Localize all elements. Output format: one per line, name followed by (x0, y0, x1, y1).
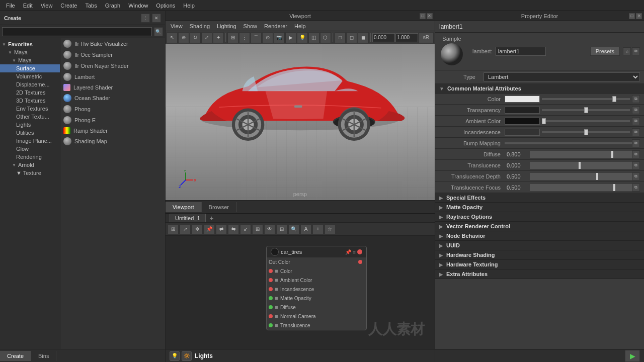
tb-universal[interactable]: ✦ (213, 32, 224, 43)
tab-create[interactable]: Create (0, 351, 31, 361)
attr-track-translucence[interactable] (530, 162, 632, 169)
tree-3d-textures[interactable]: 3D Textures (0, 97, 60, 105)
tb-scale[interactable]: ⤢ (201, 32, 212, 43)
tree-arnold[interactable]: ▼Arnold (0, 161, 60, 169)
attr-track-trans-focus[interactable] (530, 184, 632, 191)
attr-btn-color[interactable]: ⧉ (632, 95, 640, 103)
attr-swatch-transparency[interactable] (505, 107, 540, 114)
shader-lambert[interactable]: Lambert (60, 71, 165, 82)
port-dot-translucence[interactable] (269, 323, 273, 327)
tree-surface[interactable]: Surface (0, 64, 60, 72)
tree-env-textures[interactable]: Env Textures (0, 105, 60, 113)
attr-swatch-color[interactable] (505, 96, 540, 103)
create-options-btn[interactable]: ⋮ (141, 14, 150, 23)
create-close-btn[interactable]: ✕ (152, 14, 161, 23)
tb-poly1[interactable]: □ (335, 32, 346, 43)
tb-smooth[interactable]: ⬡ (320, 32, 331, 43)
vp-menu-shading[interactable]: Shading (187, 23, 213, 30)
attr-track-trans-depth[interactable] (530, 173, 632, 180)
tree-lights[interactable]: Lights (0, 121, 60, 129)
vp-menu-help[interactable]: Help (291, 23, 309, 30)
prop-copy-btn[interactable]: ⧉ (632, 47, 640, 55)
shader-ramp[interactable]: Ramp Shader (60, 126, 165, 136)
menu-tabs[interactable]: Tabs (81, 2, 101, 10)
vp-menu-show[interactable]: Show (240, 23, 261, 30)
ne-btn-frame[interactable]: ⊞ (168, 224, 179, 234)
tb-lights2[interactable]: 💡 (297, 32, 308, 43)
port-dot-normal[interactable] (269, 314, 273, 318)
lights-icon-2[interactable]: 🔆 (182, 351, 192, 361)
port-dot-diffuse[interactable] (269, 305, 273, 309)
section-vector-renderer[interactable]: ▶ Vector Renderer Control (435, 222, 644, 231)
attr-thumb-transparency[interactable] (584, 107, 588, 113)
shader-phong-e[interactable]: Phong E (60, 115, 165, 126)
ne-btn-zoom[interactable]: 🔍 (288, 224, 299, 234)
menu-help[interactable]: Help (179, 2, 199, 10)
tree-texture[interactable]: ▼ Texture (0, 169, 60, 177)
section-hw-texturing[interactable]: ▶ Hardware Texturing (435, 260, 644, 269)
tb-select[interactable]: ↖ (167, 32, 178, 43)
ne-btn-layout[interactable]: ⊟ (276, 224, 287, 234)
attr-swatch-incandescence[interactable] (505, 129, 540, 136)
tb-snap-point[interactable]: ⊙ (262, 32, 273, 43)
tree-maya-2[interactable]: ▼Maya (0, 56, 60, 64)
tree-other-textures[interactable]: Other Textu... (0, 113, 60, 121)
attr-track-incandescence[interactable] (542, 131, 630, 133)
menu-view[interactable]: View (37, 2, 57, 10)
attr-track-ambient[interactable] (542, 120, 630, 122)
tb-poly3[interactable]: ◼ (358, 32, 369, 43)
ne-btn-disconnect[interactable]: ⇋ (228, 224, 239, 234)
attr-btn-incandescence[interactable]: ⧉ (632, 128, 640, 136)
attr-btn-translucence[interactable]: ⧉ (632, 161, 640, 169)
prop-type-select[interactable]: Lambert (484, 72, 640, 81)
tree-utilities[interactable]: Utilities (0, 129, 60, 137)
tb-res-btn[interactable]: sR (419, 32, 434, 43)
tree-volumetric[interactable]: Volumetric (0, 72, 60, 80)
ne-btn-connect[interactable]: ⇄ (216, 224, 227, 234)
node-editor-canvas[interactable]: 人人素材 car_tires 📌 ≡ (166, 236, 435, 349)
presets-button[interactable]: Presets (590, 47, 620, 56)
search-btn[interactable]: 🔍 (154, 27, 163, 36)
shader-ilr-hw[interactable]: Ilr Hw Bake Visualizer (60, 38, 165, 49)
section-hw-shading[interactable]: ▶ Hardware Shading (435, 250, 644, 260)
attr-btn-ambient[interactable]: ⧉ (632, 117, 640, 125)
section-raytrace[interactable]: ▶ Raytrace Options (435, 212, 644, 222)
tree-glow[interactable]: Glow (0, 145, 60, 153)
node-list-icon[interactable]: ≡ (353, 249, 356, 255)
menu-edit[interactable]: Edit (19, 2, 37, 10)
ne-btn-pin[interactable]: 📌 (204, 224, 215, 234)
menu-file[interactable]: File (2, 2, 19, 10)
section-uuid[interactable]: ▶ UUID (435, 241, 644, 250)
tb-snap-grid[interactable]: ⋮ (239, 32, 250, 43)
attr-btn-trans-depth[interactable]: ⧉ (632, 172, 640, 180)
scale-input[interactable] (395, 33, 418, 42)
menu-options[interactable]: Options (152, 2, 179, 10)
attr-btn-trans-focus[interactable]: ⧉ (632, 184, 640, 192)
attr-btn-diffuse[interactable]: ⧉ (632, 150, 640, 158)
node-tab-untitled[interactable]: Untitled_1 (170, 214, 206, 222)
vp-menu-renderer[interactable]: Renderer (261, 23, 290, 30)
prop-bookmark-btn[interactable]: ☆ (623, 47, 631, 55)
ne-btn-font[interactable]: A (300, 224, 311, 234)
shader-layered[interactable]: Layered Shader (60, 82, 165, 93)
menu-create[interactable]: Create (56, 2, 81, 10)
prop-lambert-value[interactable] (496, 47, 546, 56)
attr-btn-transparency[interactable]: ⧉ (632, 106, 640, 114)
tb-render[interactable]: ▶ (285, 32, 296, 43)
tree-displacement[interactable]: Displaceme... (0, 80, 60, 88)
attr-thumb-color[interactable] (612, 96, 616, 102)
section-common-header[interactable]: ▼ Common Material Attributes (435, 84, 644, 94)
shader-ilr-occ[interactable]: Ilr Occ Sampler (60, 49, 165, 60)
vp-menu-lighting[interactable]: Lighting (214, 23, 239, 30)
attr-btn-bump[interactable]: ⧉ (632, 139, 640, 147)
attr-thumb-incandescence[interactable] (584, 129, 588, 135)
tb-move[interactable]: ⊕ (178, 32, 189, 43)
attr-track-color[interactable] (542, 98, 630, 100)
port-dot-matte[interactable] (269, 296, 273, 300)
vp-tab-browser[interactable]: Browser (202, 202, 236, 212)
attr-track-diffuse[interactable] (530, 151, 632, 158)
search-input[interactable] (2, 27, 152, 36)
ne-btn-move[interactable]: ✥ (192, 224, 203, 234)
ne-btn-bookmark[interactable]: ☆ (325, 224, 336, 234)
tb-rotate[interactable]: ↻ (190, 32, 201, 43)
